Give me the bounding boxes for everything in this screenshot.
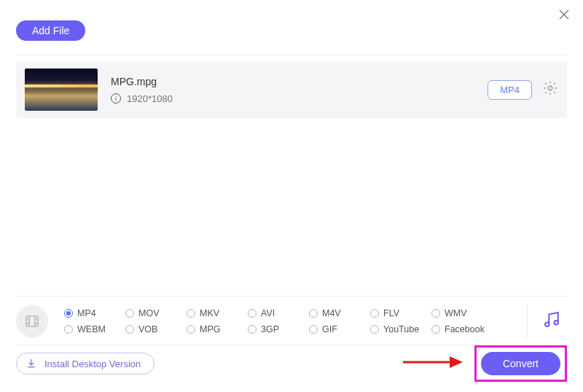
audio-mode-button[interactable] [541, 309, 563, 334]
divider [527, 305, 528, 337]
format-option-avi[interactable]: AVI [248, 308, 306, 318]
gear-icon [542, 80, 558, 96]
format-option-youtube[interactable]: YouTube [370, 324, 429, 334]
file-row: MPG.mpg i 1920*1080 MP4 [16, 61, 567, 118]
format-label: YouTube [383, 324, 419, 334]
install-desktop-button[interactable]: Install Desktop Version [16, 353, 154, 375]
format-label: GIF [322, 324, 337, 334]
format-option-facebook[interactable]: Facebook [431, 324, 490, 334]
formats-grid: MP4MOVMKVAVIM4VFLVWMVWEBMVOBMPG3GPGIFYou… [64, 308, 523, 334]
video-mode-button[interactable] [16, 305, 48, 337]
file-resolution: 1920*1080 [127, 93, 173, 104]
arrow-icon [402, 354, 463, 370]
svg-point-2 [545, 323, 549, 327]
radio-icon [431, 325, 440, 334]
radio-icon [125, 325, 134, 334]
format-selector: MP4MOVMKVAVIM4VFLVWMVWEBMVOBMPG3GPGIFYou… [16, 296, 567, 345]
format-option-flv[interactable]: FLV [370, 308, 429, 318]
radio-icon [187, 309, 195, 318]
radio-icon [64, 325, 73, 334]
file-meta: MPG.mpg i 1920*1080 [111, 76, 488, 104]
file-list: MPG.mpg i 1920*1080 MP4 [16, 55, 567, 118]
format-option-wmv[interactable]: WMV [431, 308, 490, 318]
format-option-vob[interactable]: VOB [125, 324, 184, 334]
format-option-gif[interactable]: GIF [309, 324, 367, 334]
format-option-3gp[interactable]: 3GP [248, 324, 306, 334]
radio-icon [431, 309, 440, 318]
radio-icon [370, 309, 379, 318]
target-format-button[interactable]: MP4 [488, 80, 532, 100]
svg-point-0 [548, 86, 552, 90]
format-option-m4v[interactable]: M4V [309, 308, 367, 318]
format-label: 3GP [261, 324, 279, 334]
format-option-mpg[interactable]: MPG [187, 324, 245, 334]
svg-point-3 [555, 321, 559, 325]
format-label: WEBM [77, 324, 106, 334]
radio-icon [187, 325, 195, 334]
footer: Install Desktop Version Convert [16, 345, 567, 382]
format-option-mkv[interactable]: MKV [187, 308, 245, 318]
radio-icon [309, 309, 318, 318]
radio-icon [64, 309, 73, 318]
format-label: AVI [261, 308, 275, 318]
svg-rect-1 [26, 316, 38, 326]
install-desktop-label: Install Desktop Version [44, 358, 141, 369]
download-icon [26, 358, 37, 369]
radio-icon [370, 325, 379, 334]
music-icon [541, 309, 563, 331]
format-label: MP4 [77, 308, 96, 318]
radio-icon [248, 325, 257, 334]
format-label: MOV [138, 308, 159, 318]
info-icon[interactable]: i [111, 93, 121, 103]
settings-button[interactable] [542, 80, 558, 99]
close-button[interactable] [557, 7, 571, 25]
annotation-arrow [402, 354, 463, 373]
format-option-mp4[interactable]: MP4 [64, 308, 122, 318]
format-label: FLV [383, 308, 399, 318]
add-file-button[interactable]: Add File [16, 20, 85, 41]
file-name: MPG.mpg [111, 76, 488, 87]
film-icon [23, 313, 41, 330]
format-label: VOB [138, 324, 157, 334]
radio-icon [125, 309, 134, 318]
format-label: Facebook [445, 324, 485, 334]
convert-button[interactable]: Convert [481, 352, 560, 375]
format-option-webm[interactable]: WEBM [64, 324, 122, 334]
radio-icon [309, 325, 318, 334]
close-icon [557, 7, 571, 22]
format-label: MKV [200, 308, 219, 318]
radio-icon [248, 309, 257, 318]
video-thumbnail[interactable] [25, 68, 98, 111]
format-label: MPG [200, 324, 220, 334]
format-label: WMV [445, 308, 467, 318]
format-option-mov[interactable]: MOV [125, 308, 184, 318]
annotation-highlight: Convert [474, 345, 567, 382]
svg-marker-5 [450, 356, 463, 368]
format-label: M4V [322, 308, 341, 318]
